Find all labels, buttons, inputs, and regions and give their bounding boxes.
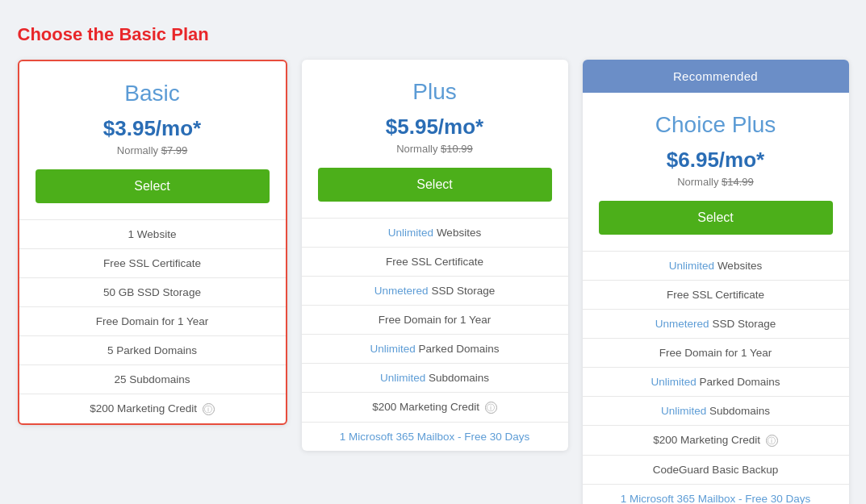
feature-item: Free SSL Certificate: [302, 247, 568, 276]
feature-highlight: Unmetered: [374, 285, 429, 297]
feature-item: Free SSL Certificate: [19, 248, 286, 277]
feature-item: CodeGuard Basic Backup: [583, 455, 849, 484]
feature-item: Unlimited Websites: [583, 251, 849, 280]
features-list-basic: 1 WebsiteFree SSL Certificate50 GB SSD S…: [19, 219, 286, 423]
feature-item: Free Domain for 1 Year: [19, 306, 286, 335]
plan-price-choice-plus: $6.95/mo*: [599, 148, 833, 173]
info-icon[interactable]: ⓘ: [485, 402, 497, 414]
plans-row: Basic$3.95/mo*Normally $7.99Select1 Webs…: [18, 60, 849, 504]
feature-item: $200 Marketing Credit ⓘ: [302, 392, 568, 422]
feature-item: $200 Marketing Credit ⓘ: [583, 425, 849, 455]
feature-item: 1 Microsoft 365 Mailbox - Free 30 Days: [583, 484, 849, 504]
feature-item: Free Domain for 1 Year: [583, 338, 849, 367]
feature-item: Unlimited Parked Domains: [302, 334, 568, 363]
plan-normal-price-choice-plus: Normally $14.99: [599, 176, 833, 188]
feature-highlight: 1 Microsoft 365 Mailbox - Free 30 Days: [340, 431, 530, 443]
feature-highlight: Unmetered: [655, 318, 709, 330]
plan-card-choice-plus: RecommendedChoice Plus$6.95/mo*Normally …: [583, 60, 849, 504]
feature-item: Unlimited Subdomains: [583, 396, 849, 425]
info-icon[interactable]: ⓘ: [203, 403, 215, 415]
plan-body-plus: Plus$5.95/mo*Normally $10.99Select: [302, 60, 568, 218]
plan-normal-price-basic: Normally $7.99: [36, 144, 270, 156]
plan-card-basic: Basic$3.95/mo*Normally $7.99Select1 Webs…: [18, 60, 287, 425]
feature-item: $200 Marketing Credit ⓘ: [19, 394, 286, 423]
feature-item: Unmetered SSD Storage: [302, 276, 568, 305]
recommended-banner: Recommended: [583, 60, 849, 93]
feature-item: Free SSL Certificate: [583, 280, 849, 309]
select-button-basic[interactable]: Select: [36, 169, 270, 203]
feature-highlight: Unlimited: [661, 405, 706, 417]
feature-item: 1 Website: [19, 219, 286, 248]
features-list-choice-plus: Unlimited WebsitesFree SSL CertificateUn…: [583, 251, 849, 504]
feature-highlight: Unlimited: [388, 227, 433, 239]
feature-item: 50 GB SSD Storage: [19, 277, 286, 306]
plan-name-plus: Plus: [318, 79, 552, 105]
feature-highlight: Unlimited: [370, 343, 416, 355]
plan-price-plus: $5.95/mo*: [318, 115, 552, 140]
plan-body-basic: Basic$3.95/mo*Normally $7.99Select: [19, 61, 286, 219]
page-title: Choose the Basic Plan: [18, 24, 849, 45]
feature-item: 1 Microsoft 365 Mailbox - Free 30 Days: [302, 422, 568, 451]
feature-item: Free Domain for 1 Year: [302, 305, 568, 334]
plan-body-choice-plus: Choice Plus$6.95/mo*Normally $14.99Selec…: [583, 93, 849, 251]
plan-normal-price-plus: Normally $10.99: [318, 143, 552, 155]
plan-name-choice-plus: Choice Plus: [599, 112, 833, 138]
features-list-plus: Unlimited WebsitesFree SSL CertificateUn…: [302, 218, 568, 451]
info-icon[interactable]: ⓘ: [766, 435, 778, 447]
feature-item: Unlimited Subdomains: [302, 363, 568, 392]
plan-name-basic: Basic: [36, 81, 270, 106]
plan-card-plus: Plus$5.95/mo*Normally $10.99SelectUnlimi…: [302, 60, 568, 451]
feature-item: 5 Parked Domains: [19, 335, 286, 364]
feature-highlight: Unlimited: [651, 376, 697, 388]
feature-item: Unlimited Parked Domains: [583, 367, 849, 396]
feature-highlight: Unlimited: [669, 260, 714, 272]
pricing-container: Choose the Basic Plan Basic$3.95/mo*Norm…: [18, 24, 849, 504]
feature-highlight: 1 Microsoft 365 Mailbox - Free 30 Days: [621, 493, 811, 504]
select-button-choice-plus[interactable]: Select: [599, 201, 833, 235]
feature-item: 25 Subdomains: [19, 364, 286, 394]
select-button-plus[interactable]: Select: [318, 168, 552, 202]
plan-price-basic: $3.95/mo*: [36, 116, 270, 141]
feature-item: Unmetered SSD Storage: [583, 309, 849, 338]
feature-highlight: Unlimited: [380, 372, 425, 384]
feature-item: Unlimited Websites: [302, 218, 568, 247]
